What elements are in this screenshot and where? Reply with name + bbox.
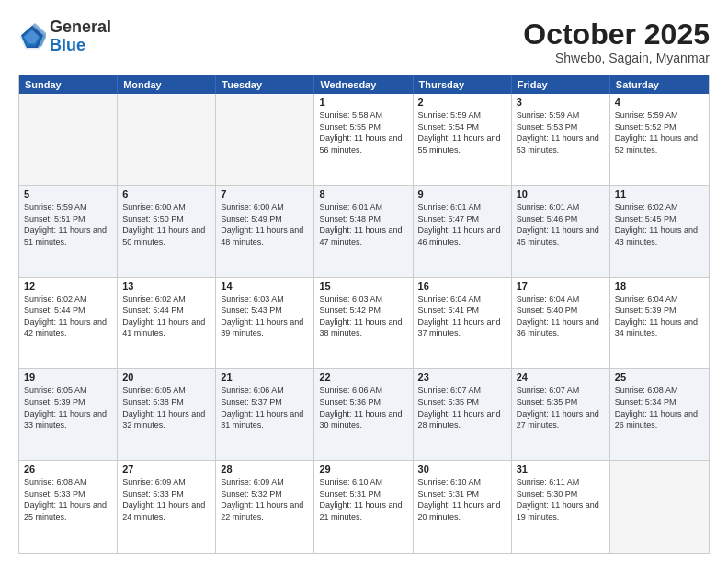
daylight-text: Daylight: 11 hours and 20 minutes. — [418, 500, 506, 523]
daylight-text: Daylight: 11 hours and 34 minutes. — [615, 316, 704, 339]
daylight-text: Daylight: 11 hours and 42 minutes. — [24, 316, 112, 339]
weekday-header-monday: Monday — [118, 75, 216, 94]
calendar-body: 1Sunrise: 5:58 AMSunset: 5:55 PMDaylight… — [19, 94, 709, 553]
day-number: 17 — [517, 281, 605, 292]
day-cell-26: 26Sunrise: 6:08 AMSunset: 5:33 PMDayligh… — [19, 461, 118, 553]
daylight-text: Daylight: 11 hours and 47 minutes. — [319, 224, 407, 247]
calendar: SundayMondayTuesdayWednesdayThursdayFrid… — [18, 75, 710, 554]
day-number: 18 — [615, 281, 704, 292]
day-number: 16 — [418, 281, 506, 292]
title-block: October 2025 Shwebo, Sagain, Myanmar — [523, 18, 710, 65]
day-number: 22 — [319, 372, 407, 383]
day-cell-27: 27Sunrise: 6:09 AMSunset: 5:33 PMDayligh… — [118, 461, 216, 553]
sunset-text: Sunset: 5:52 PM — [615, 121, 704, 133]
day-number: 1 — [319, 97, 407, 108]
sunset-text: Sunset: 5:54 PM — [418, 121, 506, 133]
daylight-text: Daylight: 11 hours and 55 minutes. — [418, 132, 506, 155]
day-cell-30: 30Sunrise: 6:10 AMSunset: 5:31 PMDayligh… — [414, 461, 512, 553]
weekday-header-sunday: Sunday — [19, 75, 118, 94]
sunrise-text: Sunrise: 6:02 AM — [24, 293, 112, 305]
daylight-text: Daylight: 11 hours and 22 minutes. — [221, 500, 309, 523]
header: General Blue October 2025 Shwebo, Sagain… — [18, 18, 710, 65]
day-cell-6: 6Sunrise: 6:00 AMSunset: 5:50 PMDaylight… — [118, 186, 216, 277]
logo-general: General — [50, 17, 111, 36]
day-number: 24 — [517, 372, 605, 383]
day-cell-28: 28Sunrise: 6:09 AMSunset: 5:32 PMDayligh… — [216, 461, 314, 553]
weekday-header-thursday: Thursday — [414, 75, 512, 94]
day-number: 13 — [122, 281, 210, 292]
day-cell-18: 18Sunrise: 6:04 AMSunset: 5:39 PMDayligh… — [610, 278, 709, 369]
sunrise-text: Sunrise: 6:06 AM — [221, 385, 309, 396]
sunset-text: Sunset: 5:43 PM — [221, 304, 309, 316]
day-cell-31: 31Sunrise: 6:11 AMSunset: 5:30 PMDayligh… — [512, 461, 610, 553]
daylight-text: Daylight: 11 hours and 28 minutes. — [418, 408, 506, 431]
day-cell-25: 25Sunrise: 6:08 AMSunset: 5:34 PMDayligh… — [610, 369, 709, 460]
calendar-row-0: 1Sunrise: 5:58 AMSunset: 5:55 PMDaylight… — [19, 94, 709, 186]
day-number: 28 — [221, 464, 309, 475]
day-number: 9 — [418, 189, 506, 200]
daylight-text: Daylight: 11 hours and 48 minutes. — [221, 224, 309, 247]
day-cell-7: 7Sunrise: 6:00 AMSunset: 5:49 PMDaylight… — [216, 186, 314, 277]
daylight-text: Daylight: 11 hours and 37 minutes. — [418, 316, 506, 339]
calendar-row-2: 12Sunrise: 6:02 AMSunset: 5:44 PMDayligh… — [19, 278, 709, 370]
sunset-text: Sunset: 5:31 PM — [319, 488, 407, 500]
day-cell-9: 9Sunrise: 6:01 AMSunset: 5:47 PMDaylight… — [414, 186, 512, 277]
sunset-text: Sunset: 5:38 PM — [122, 396, 210, 408]
sunrise-text: Sunrise: 6:11 AM — [517, 477, 605, 488]
sunset-text: Sunset: 5:31 PM — [418, 488, 506, 500]
calendar-row-3: 19Sunrise: 6:05 AMSunset: 5:39 PMDayligh… — [19, 369, 709, 461]
sunset-text: Sunset: 5:46 PM — [517, 213, 605, 225]
day-cell-11: 11Sunrise: 6:02 AMSunset: 5:45 PMDayligh… — [610, 186, 709, 277]
empty-cell-0-1 — [118, 94, 216, 185]
day-cell-13: 13Sunrise: 6:02 AMSunset: 5:44 PMDayligh… — [118, 278, 216, 369]
sunset-text: Sunset: 5:39 PM — [24, 396, 112, 408]
weekday-header-friday: Friday — [512, 75, 610, 94]
day-cell-22: 22Sunrise: 6:06 AMSunset: 5:36 PMDayligh… — [314, 369, 413, 460]
daylight-text: Daylight: 11 hours and 31 minutes. — [221, 408, 309, 431]
daylight-text: Daylight: 11 hours and 26 minutes. — [615, 408, 704, 431]
sunset-text: Sunset: 5:35 PM — [517, 396, 605, 408]
weekday-header-wednesday: Wednesday — [314, 75, 413, 94]
calendar-row-1: 5Sunrise: 5:59 AMSunset: 5:51 PMDaylight… — [19, 186, 709, 278]
day-number: 6 — [122, 189, 210, 200]
daylight-text: Daylight: 11 hours and 43 minutes. — [615, 224, 704, 247]
weekday-header-saturday: Saturday — [610, 75, 709, 94]
daylight-text: Daylight: 11 hours and 53 minutes. — [517, 132, 605, 155]
day-number: 29 — [319, 464, 407, 475]
logo-blue: Blue — [50, 36, 85, 54]
sunrise-text: Sunrise: 6:02 AM — [122, 293, 210, 305]
sunrise-text: Sunrise: 5:59 AM — [517, 109, 605, 121]
sunrise-text: Sunrise: 6:00 AM — [221, 201, 309, 213]
month-title: October 2025 — [523, 18, 710, 51]
day-number: 19 — [24, 372, 112, 383]
sunset-text: Sunset: 5:51 PM — [24, 213, 112, 225]
day-number: 8 — [319, 189, 407, 200]
sunset-text: Sunset: 5:53 PM — [517, 121, 605, 133]
day-cell-4: 4Sunrise: 5:59 AMSunset: 5:52 PMDaylight… — [610, 94, 709, 185]
day-number: 7 — [221, 189, 309, 200]
calendar-header: SundayMondayTuesdayWednesdayThursdayFrid… — [19, 75, 709, 94]
day-cell-16: 16Sunrise: 6:04 AMSunset: 5:41 PMDayligh… — [414, 278, 512, 369]
day-number: 23 — [418, 372, 506, 383]
day-cell-3: 3Sunrise: 5:59 AMSunset: 5:53 PMDaylight… — [512, 94, 610, 185]
empty-cell-0-2 — [216, 94, 314, 185]
day-number: 12 — [24, 281, 112, 292]
sunrise-text: Sunrise: 6:04 AM — [418, 293, 506, 305]
day-number: 15 — [319, 281, 407, 292]
day-cell-12: 12Sunrise: 6:02 AMSunset: 5:44 PMDayligh… — [19, 278, 118, 369]
day-number: 10 — [517, 189, 605, 200]
daylight-text: Daylight: 11 hours and 30 minutes. — [319, 408, 407, 431]
sunrise-text: Sunrise: 6:01 AM — [418, 201, 506, 213]
sunrise-text: Sunrise: 6:01 AM — [517, 201, 605, 213]
sunrise-text: Sunrise: 5:58 AM — [319, 109, 407, 121]
sunrise-text: Sunrise: 6:03 AM — [319, 293, 407, 305]
daylight-text: Daylight: 11 hours and 56 minutes. — [319, 132, 407, 155]
daylight-text: Daylight: 11 hours and 46 minutes. — [418, 224, 506, 247]
sunset-text: Sunset: 5:48 PM — [319, 213, 407, 225]
daylight-text: Daylight: 11 hours and 33 minutes. — [24, 408, 112, 431]
day-cell-15: 15Sunrise: 6:03 AMSunset: 5:42 PMDayligh… — [314, 278, 413, 369]
day-cell-1: 1Sunrise: 5:58 AMSunset: 5:55 PMDaylight… — [314, 94, 413, 185]
day-number: 20 — [122, 372, 210, 383]
sunset-text: Sunset: 5:44 PM — [122, 304, 210, 316]
logo-icon — [18, 23, 46, 51]
